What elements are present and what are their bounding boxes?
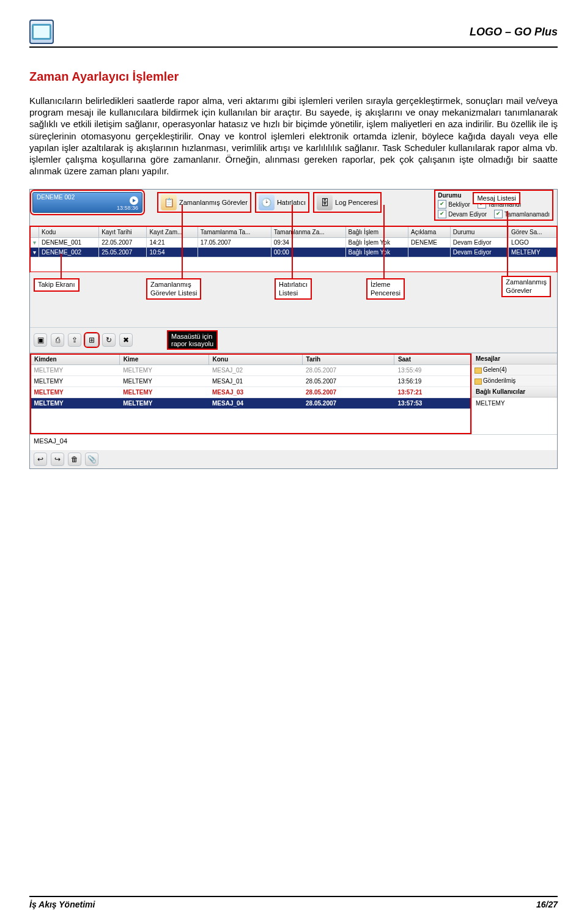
task-badge-title: DENEME 002 bbox=[37, 194, 138, 201]
col-aciklama[interactable]: Açıklama bbox=[408, 227, 451, 238]
database-icon: 🗄 bbox=[317, 194, 333, 210]
task-badge[interactable]: DENEME 002 13:58:36 bbox=[32, 192, 142, 213]
new-icon[interactable]: ▣ bbox=[34, 333, 47, 347]
reminder-button[interactable]: 🕑 Hatırlatıcı bbox=[256, 193, 308, 212]
mail-table[interactable]: Kimden Kime Konu Tarih Saat MELTEMYMELTE… bbox=[30, 353, 471, 409]
document-heading: Zaman Ayarlayıcı İşlemler bbox=[29, 70, 558, 84]
col-durumu[interactable]: Durumu bbox=[450, 227, 508, 238]
task-table-region: Kodu Kayıt Tarihi Kayıt Zam... Tamamlanm… bbox=[30, 226, 557, 272]
clock-icon: 🕑 bbox=[259, 194, 275, 210]
reply-icon[interactable]: ↩ bbox=[34, 453, 47, 466]
scheduled-tasks-label: Zamanlanmış Görevler bbox=[179, 199, 248, 206]
task-row[interactable]: ▾DENEME_00122.05.200714:2117.05.200709:3… bbox=[31, 238, 557, 248]
log-window-label: Log Penceresi bbox=[335, 199, 378, 206]
mail-list-region: Kimden Kime Konu Tarih Saat MELTEMYMELTE… bbox=[30, 353, 471, 434]
callout-hatirlatici: Hatırlatıcı Listesi bbox=[275, 278, 312, 299]
page-header: LOGO – GO Plus bbox=[29, 20, 558, 44]
clipboard-icon: 📋 bbox=[161, 194, 177, 210]
mail-side-panel: Mesajlar Gelen(4) Gönderilmiş Bağlı Kull… bbox=[471, 353, 557, 434]
callout-mesaj-listesi: Mesaj Listesi bbox=[473, 192, 520, 204]
mail-region: Kimden Kime Konu Tarih Saat MELTEMYMELTE… bbox=[30, 353, 557, 434]
page-footer: İş Akış Yönetimi 16/27 bbox=[29, 896, 558, 909]
col-tam-ta[interactable]: Tamamlanma Ta... bbox=[198, 227, 271, 238]
delete-icon[interactable]: ✖ bbox=[119, 333, 133, 347]
callout-masaustu: Masaüstü için rapor kısayolu bbox=[167, 330, 218, 350]
app-screenshot: DENEME 002 13:58:36 📋 Zamanlanmış Görevl… bbox=[29, 189, 558, 469]
filter-running[interactable]: Devam Ediyor bbox=[438, 210, 487, 218]
export-icon[interactable]: ⇪ bbox=[68, 333, 81, 347]
attach-icon[interactable]: 📎 bbox=[85, 453, 98, 466]
bottom-icon-bar: ↩ ↪ 🗑 📎 bbox=[30, 450, 557, 468]
refresh-icon[interactable]: ↻ bbox=[102, 333, 116, 347]
filter-failed[interactable]: Tamamlanamadı bbox=[494, 210, 550, 218]
mail-row[interactable]: MELTEMYMELTEMYMESAJ_0328.05.200713:57:21 bbox=[31, 387, 471, 398]
task-row[interactable]: ▾DENEME_00225.05.200710:5400:00Bağlı İşl… bbox=[31, 248, 557, 257]
side-mesajlar: Mesajlar bbox=[472, 353, 557, 364]
task-header-row: Kodu Kayıt Tarihi Kayıt Zam... Tamamlanm… bbox=[31, 227, 557, 238]
callout-zamanlanmis-gorevler: Zamanlanmış Görevler bbox=[501, 276, 551, 297]
col-kayit-zam[interactable]: Kayıt Zam... bbox=[147, 227, 198, 238]
print-icon[interactable]: ⎙ bbox=[51, 333, 64, 347]
mail-row[interactable]: MELTEMYMELTEMYMESAJ_0228.05.200713:55:49 bbox=[31, 365, 471, 376]
footer-title: İş Akış Yönetimi bbox=[29, 900, 536, 909]
top-icon-row: 📋 Zamanlanmış Görevler 🕑 Hatırlatıcı 🗄 L… bbox=[158, 193, 380, 212]
shortcut-bar: ▣ ⎙ ⇪ ⊞ ↻ ✖ Masaüstü için rapor kısayolu… bbox=[30, 327, 557, 353]
callout-zamanlanmis-list: Zamanlanmış Görevler Listesi bbox=[146, 278, 201, 299]
callout-izleme: İzleme Penceresi bbox=[366, 278, 405, 299]
trash-icon[interactable]: 🗑 bbox=[68, 453, 81, 466]
side-gelen[interactable]: Gelen(4) bbox=[472, 364, 557, 375]
footer-page: 16/27 bbox=[536, 900, 558, 909]
product-name: LOGO – GO Plus bbox=[470, 26, 558, 39]
task-badge-time: 13:58:36 bbox=[117, 205, 138, 211]
callouts-region: Takip Ekranı Zamanlanmış Görevler Listes… bbox=[30, 272, 557, 327]
task-table[interactable]: Kodu Kayıt Tarihi Kayıt Zam... Tamamlanm… bbox=[30, 226, 557, 257]
header-rule bbox=[29, 46, 558, 48]
logo-icon bbox=[29, 20, 54, 44]
side-user[interactable]: MELTEMY bbox=[472, 397, 557, 434]
mcol-kimden[interactable]: Kimden bbox=[31, 354, 120, 365]
mcol-kime[interactable]: Kime bbox=[119, 354, 209, 365]
desktop-shortcut-icon[interactable]: ⊞ bbox=[85, 333, 98, 347]
message-content-field[interactable]: MESAJ_04 bbox=[30, 434, 557, 450]
play-icon[interactable] bbox=[130, 196, 138, 205]
mail-row[interactable]: MELTEMYMELTEMYMESAJ_0428.05.200713:57:53 bbox=[31, 398, 471, 409]
mcol-konu[interactable]: Konu bbox=[209, 354, 302, 365]
filter-waiting[interactable]: Bekliyor bbox=[438, 200, 470, 209]
mcol-saat[interactable]: Saat bbox=[394, 354, 471, 365]
mail-header-row: Kimden Kime Konu Tarih Saat bbox=[31, 354, 471, 365]
col-kayit-tarihi[interactable]: Kayıt Tarihi bbox=[99, 227, 147, 238]
side-bagli-kullanicilar: Bağlı Kullanıcılar bbox=[472, 386, 557, 397]
side-gonderilmis[interactable]: Gönderilmiş bbox=[472, 375, 557, 386]
callout-takip: Takip Ekranı bbox=[34, 278, 79, 291]
mcol-tarih[interactable]: Tarih bbox=[302, 354, 394, 365]
col-tam-za[interactable]: Tamamlanma Za... bbox=[271, 227, 345, 238]
log-window-button[interactable]: 🗄 Log Penceresi bbox=[314, 193, 380, 212]
forward-icon[interactable]: ↪ bbox=[51, 453, 64, 466]
col-gorev[interactable]: Görev Sa... bbox=[508, 227, 556, 238]
mail-row[interactable]: MELTEMYMELTEMYMESAJ_0128.05.200713:56:19 bbox=[31, 376, 471, 387]
col-kodu[interactable]: Kodu bbox=[39, 227, 99, 238]
scheduled-tasks-button[interactable]: 📋 Zamanlanmış Görevler bbox=[158, 193, 250, 212]
col-bagli[interactable]: Bağlı İşlem bbox=[345, 227, 408, 238]
document-paragraph: Kullanıcıların belirledikleri saatlerde … bbox=[29, 95, 558, 177]
